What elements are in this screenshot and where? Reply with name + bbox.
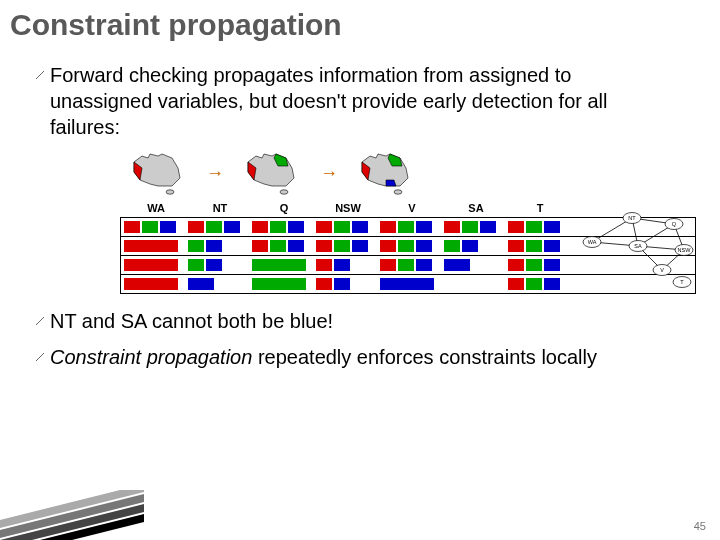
figure-maps: → → (32, 150, 696, 196)
table-cell (185, 218, 249, 236)
svg-text:SA: SA (634, 243, 642, 249)
table-cell (377, 256, 441, 274)
australia-map-3 (356, 150, 416, 196)
table-cell (249, 256, 313, 274)
color-swatch (480, 221, 496, 233)
color-swatch (508, 221, 524, 233)
svg-text:V: V (660, 267, 664, 273)
table-cell (121, 237, 185, 255)
color-swatch (544, 221, 560, 233)
color-swatch (526, 278, 542, 290)
table-cell (505, 275, 569, 293)
color-swatch (288, 240, 304, 252)
page-number: 45 (694, 520, 706, 532)
table-cell (313, 275, 377, 293)
color-swatch (544, 240, 560, 252)
table-cell (377, 237, 441, 255)
table-cell (505, 256, 569, 274)
table-cell (185, 237, 249, 255)
table-cell (313, 256, 377, 274)
color-swatch (444, 240, 460, 252)
australia-maps-row: → → (128, 150, 416, 196)
color-swatch (188, 240, 204, 252)
color-swatch (398, 240, 414, 252)
table-cell (249, 237, 313, 255)
color-swatch (206, 259, 222, 271)
color-swatch (188, 259, 204, 271)
color-swatch (526, 221, 542, 233)
table-header-cell: Q (252, 202, 316, 214)
table-cell (441, 275, 505, 293)
table-cell (505, 237, 569, 255)
color-swatch (160, 221, 176, 233)
color-swatch (416, 259, 432, 271)
color-swatch (508, 259, 524, 271)
color-swatch (508, 240, 524, 252)
color-swatch (508, 278, 524, 290)
color-swatch (380, 240, 396, 252)
bullet-1-text: Forward checking propagates information … (50, 62, 650, 140)
color-swatch (316, 259, 332, 271)
table-cell (121, 275, 185, 293)
table-header-cell: NSW (316, 202, 380, 214)
color-swatch (316, 278, 332, 290)
table-header-cell: WA (124, 202, 188, 214)
color-swatch (206, 221, 222, 233)
arrow-icon: → (320, 163, 338, 184)
color-swatch (252, 240, 268, 252)
table-header-cell: V (380, 202, 444, 214)
svg-text:NSW: NSW (678, 247, 692, 253)
color-swatch (398, 259, 414, 271)
color-swatch (416, 221, 432, 233)
color-swatch (188, 221, 204, 233)
color-swatch (252, 221, 268, 233)
color-swatch (142, 221, 158, 233)
svg-text:WA: WA (588, 239, 597, 245)
slide-title: Constraint propagation (0, 0, 720, 48)
decorative-stripes (0, 490, 144, 540)
color-swatch (352, 221, 368, 233)
table-cell (185, 275, 249, 293)
arrow-icon: → (206, 163, 224, 184)
color-swatch (270, 221, 286, 233)
table-header-cell: NT (188, 202, 252, 214)
color-swatch (544, 278, 560, 290)
table-cell (377, 218, 441, 236)
color-swatch (224, 221, 240, 233)
table-cell (377, 275, 441, 293)
svg-point-0 (166, 190, 174, 194)
color-swatch (526, 240, 542, 252)
color-swatch (316, 240, 332, 252)
svg-point-2 (394, 190, 402, 194)
table-cell (185, 256, 249, 274)
table-cell (249, 218, 313, 236)
color-swatch (124, 240, 178, 252)
table-cell (441, 218, 505, 236)
color-swatch (252, 259, 306, 271)
bullet-mark: ⟋ (32, 308, 50, 334)
color-swatch (124, 278, 178, 290)
bullet-1: ⟋ Forward checking propagates informatio… (32, 62, 696, 140)
color-swatch (316, 221, 332, 233)
color-swatch (188, 278, 214, 290)
color-swatch (288, 221, 304, 233)
table-header-cell: T (508, 202, 572, 214)
color-swatch (352, 240, 368, 252)
table-header-cell: SA (444, 202, 508, 214)
color-swatch (380, 259, 396, 271)
bullet-mark: ⟋ (32, 62, 50, 140)
color-swatch (206, 240, 222, 252)
color-swatch (124, 221, 140, 233)
svg-text:Q: Q (672, 221, 677, 227)
bullet-2: ⟋ NT and SA cannot both be blue! (32, 308, 696, 334)
table-cell (313, 237, 377, 255)
color-swatch (334, 259, 350, 271)
australia-map-2 (242, 150, 302, 196)
color-swatch (444, 221, 460, 233)
color-swatch (334, 221, 350, 233)
table-cell (505, 218, 569, 236)
color-swatch (380, 221, 396, 233)
bullet-3-rest: repeatedly enforces constraints locally (252, 346, 597, 368)
color-swatch (462, 221, 478, 233)
svg-point-1 (280, 190, 288, 194)
